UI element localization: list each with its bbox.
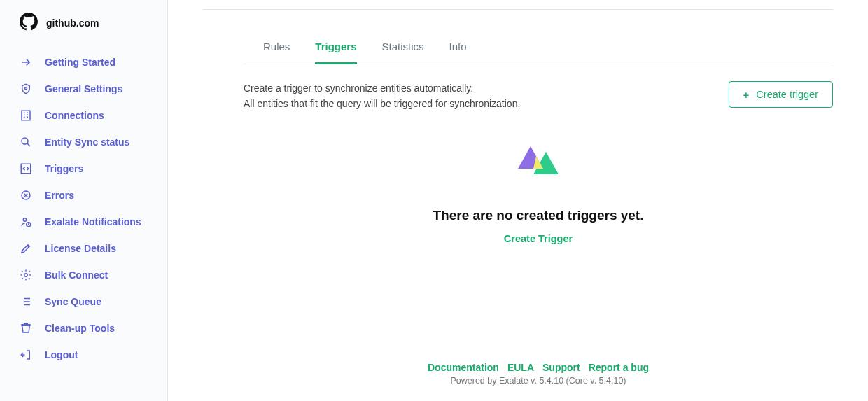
empty-create-link[interactable]: Create Trigger xyxy=(504,233,573,244)
tab-rules[interactable]: Rules xyxy=(263,31,290,64)
svg-point-2 xyxy=(22,138,28,144)
footer: Documentation EULA Support Report a bug … xyxy=(244,353,833,401)
topbar-divider xyxy=(203,0,833,10)
trash-icon xyxy=(20,322,32,335)
subhead-line2: All entities that fit the query will be … xyxy=(244,97,520,112)
sidebar-item-license[interactable]: License Details xyxy=(0,235,167,262)
shield-icon xyxy=(20,83,32,95)
pencil-icon xyxy=(20,242,32,255)
plus-icon: + xyxy=(743,90,750,100)
sidebar-item-label: Logout xyxy=(45,349,78,360)
tab-triggers[interactable]: Triggers xyxy=(315,31,356,64)
tab-info[interactable]: Info xyxy=(449,31,467,64)
subhead: Create a trigger to synchronize entities… xyxy=(244,81,833,111)
user-at-icon xyxy=(20,216,32,228)
nav: Getting Started General Settings Connect… xyxy=(0,43,167,368)
sidebar-item-errors[interactable]: Errors xyxy=(0,182,167,209)
main: Rules Triggers Statistics Info Create a … xyxy=(168,0,868,401)
sidebar-item-connections[interactable]: Connections xyxy=(0,102,167,129)
svg-rect-1 xyxy=(22,111,30,120)
footer-report[interactable]: Report a bug xyxy=(589,362,649,373)
svg-point-5 xyxy=(23,218,27,222)
github-icon xyxy=(20,13,38,34)
sidebar-item-cleanup[interactable]: Clean-up Tools xyxy=(0,315,167,342)
sidebar-item-label: Clean-up Tools xyxy=(45,323,115,334)
search-icon xyxy=(20,136,32,148)
footer-support[interactable]: Support xyxy=(542,362,580,373)
sidebar-item-label: Errors xyxy=(45,190,74,201)
error-icon xyxy=(20,189,32,202)
svg-point-0 xyxy=(25,87,27,90)
sidebar-item-sync-queue[interactable]: Sync Queue xyxy=(0,288,167,315)
sidebar-item-label: Triggers xyxy=(45,163,83,174)
content: Rules Triggers Statistics Info Create a … xyxy=(168,10,868,401)
footer-links: Documentation EULA Support Report a bug xyxy=(244,362,833,373)
sidebar-item-logout[interactable]: Logout xyxy=(0,342,167,368)
create-trigger-label: Create trigger xyxy=(756,89,818,100)
empty-title: There are no created triggers yet. xyxy=(433,208,644,223)
footer-documentation[interactable]: Documentation xyxy=(428,362,499,373)
gear-icon xyxy=(20,269,32,281)
empty-state: There are no created triggers yet. Creat… xyxy=(244,131,833,244)
svg-point-7 xyxy=(24,274,28,277)
tab-statistics[interactable]: Statistics xyxy=(382,31,424,64)
sidebar-item-label: License Details xyxy=(45,243,116,254)
sidebar-item-label: Bulk Connect xyxy=(45,269,108,281)
sidebar-item-bulk-connect[interactable]: Bulk Connect xyxy=(0,262,167,288)
footer-eula[interactable]: EULA xyxy=(507,362,534,373)
triangles-icon xyxy=(517,143,560,181)
sidebar-item-label: Connections xyxy=(45,110,104,121)
sidebar-item-label: Entity Sync status xyxy=(45,136,130,148)
sidebar-item-entity-sync[interactable]: Entity Sync status xyxy=(0,129,167,155)
arrow-right-icon xyxy=(20,56,32,69)
code-square-icon xyxy=(20,162,32,175)
footer-powered: Powered by Exalate v. 5.4.10 (Core v. 5.… xyxy=(244,376,833,386)
building-icon xyxy=(20,109,32,122)
sidebar-item-label: General Settings xyxy=(45,83,122,94)
sidebar-item-getting-started[interactable]: Getting Started xyxy=(0,49,167,76)
sidebar-item-general-settings[interactable]: General Settings xyxy=(0,76,167,102)
subhead-text: Create a trigger to synchronize entities… xyxy=(244,81,520,111)
sidebar-item-label: Exalate Notifications xyxy=(45,216,141,227)
sidebar-item-notifications[interactable]: Exalate Notifications xyxy=(0,209,167,235)
sidebar-item-label: Sync Queue xyxy=(45,296,102,307)
sidebar: github.com Getting Started General Setti… xyxy=(0,0,168,401)
sidebar-item-label: Getting Started xyxy=(45,57,115,68)
tabs: Rules Triggers Statistics Info xyxy=(244,31,833,64)
subhead-line1: Create a trigger to synchronize entities… xyxy=(244,81,520,97)
logout-icon xyxy=(20,349,32,361)
sidebar-item-triggers[interactable]: Triggers xyxy=(0,155,167,182)
list-icon xyxy=(20,295,32,308)
create-trigger-button[interactable]: + Create trigger xyxy=(729,81,833,108)
brand: github.com xyxy=(0,13,167,43)
brand-name: github.com xyxy=(46,17,99,29)
